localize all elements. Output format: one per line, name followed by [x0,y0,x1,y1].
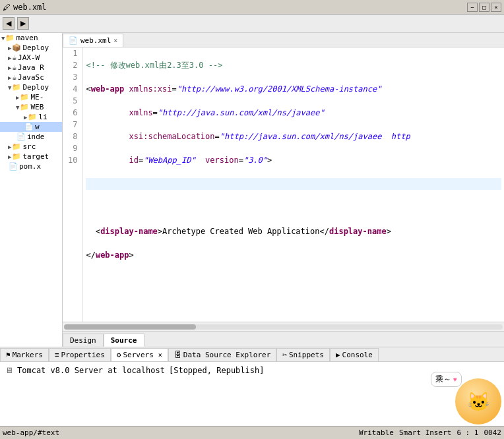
avatar-container: 乘～ ♥ 🐱 [455,378,501,424]
status-path: web-app/#text [3,428,59,437]
sidebar-item-pomxml[interactable]: 📄 pom.x [0,161,62,171]
sidebar-item-deploy2[interactable]: ▼ 📁 Deploy [0,82,62,92]
deploy2-icon: 📁 [12,83,21,92]
code-line-9: </web-app> [86,249,501,261]
back-button[interactable]: ◀ [3,17,15,30]
code-line-4: xsi:schemaLocation="http://java.sun.com/… [86,131,501,142]
panel-tabs: ⚑ Markers ≡ Properties ⚙ Servers × 🗄 Dat… [0,347,504,362]
tab-design[interactable]: Design [63,334,104,347]
status-bar: web-app/#text Writable Smart Insert 6 : … [0,426,504,439]
expand-icon: ▼ [8,84,11,91]
sidebar-label-deploy2: Deploy [22,83,49,92]
sidebar-label-maven: maven [16,34,38,42]
status-bar-left: web-app/#text [3,428,59,437]
properties-label: Properties [61,351,105,359]
scrollbar-track[interactable] [64,324,503,330]
servers-label: Servers [123,351,153,359]
editor-area: 📄 web.xml × 1 2 3 4 5 6 7 8 9 10 <!-- 修改… [63,33,504,347]
maven-icon: 📁 [5,34,15,42]
sidebar-item-target[interactable]: ▶ 📁 target [0,152,62,161]
toolbar: ◀ ▶ [0,15,504,33]
code-content[interactable]: <!-- 修改web.xml由2.3至3.0 --> <web-app xmln… [83,47,504,322]
project-sidebar: ▼ 📁 maven ▶ 📦 Deploy ▶ ☕ JAX-W ▶ ☕ Java … [0,33,63,347]
horizontal-scrollbar[interactable] [63,322,504,331]
expand-icon: ▶ [8,45,11,51]
me-icon: 📁 [20,93,29,102]
sidebar-label-target: target [22,152,49,161]
sidebar-label-jaxw: JAX-W [18,53,40,62]
panel-tab-servers[interactable]: ⚙ Servers × [111,348,168,361]
panel-tab-datasource[interactable]: 🗄 Data Source Explorer [168,348,276,361]
server-icon: 🖥 [5,366,13,375]
sidebar-item-web[interactable]: ▼ 📁 WEB [0,102,62,112]
sidebar-item-deploy1[interactable]: ▶ 📦 Deploy [0,43,62,53]
snippets-icon: ✂ [282,351,287,359]
title-bar-text: web.xml [13,3,47,12]
sidebar-label-index: inde [27,132,45,141]
sidebar-item-maven[interactable]: ▼ 📁 maven [0,33,62,43]
sidebar-label-webxml: w [35,123,40,131]
bottom-tabs: Design Source [63,331,504,347]
editor-tab-webxml[interactable]: 📄 web.xml × [63,34,123,47]
servers-close-icon[interactable]: × [158,351,162,359]
editor-tab-bar: 📄 web.xml × [63,33,504,47]
avatar-image: 🐱 [455,378,501,424]
server-status: [Stopped, Republish] [169,366,265,375]
tab-label: web.xml [80,36,111,45]
pomxml-icon: 📄 [9,162,18,171]
main-area: ▼ 📁 maven ▶ 📦 Deploy ▶ ☕ JAX-W ▶ ☕ Java … [0,33,504,347]
maximize-button[interactable]: □ [479,3,489,12]
tab-close-icon[interactable]: × [113,37,117,44]
expand-icon: ▶ [8,74,11,81]
title-bar: 🖊 web.xml − □ × [0,0,504,15]
title-bar-controls: − □ × [467,3,501,12]
sidebar-item-lib[interactable]: ▶ 📁 li [0,112,62,122]
close-button[interactable]: × [491,3,501,12]
tab-design-label: Design [70,336,96,345]
status-position: 6 : 1 [457,428,478,437]
title-bar-left: 🖊 web.xml [3,3,47,12]
markers-icon: ⚑ [6,351,11,359]
code-line-6 [86,178,501,190]
datasource-label: Data Source Explorer [183,351,270,359]
index-icon: 📄 [16,132,26,141]
panel-tab-properties[interactable]: ≡ Properties [49,348,111,361]
webxml-icon: 📄 [24,123,34,131]
status-bar-right: Writable Smart Insert 6 : 1 0042 [359,428,501,437]
expand-icon: ▶ [8,144,11,150]
javar-icon: ☕ [12,63,16,72]
panel-tab-snippets[interactable]: ✂ Snippets [276,348,330,361]
forward-button[interactable]: ▶ [17,17,29,30]
panel-tab-console[interactable]: ▶ Console [330,348,379,361]
src-icon: 📁 [12,142,21,151]
expand-icon: ▶ [8,55,11,61]
javasc-icon: ☕ [12,73,16,82]
expand-icon: ▶ [16,94,19,101]
tab-icon: 📄 [69,36,78,45]
sidebar-label-lib: li [38,113,47,121]
sidebar-item-index[interactable]: 📄 inde [0,132,62,142]
deploy1-icon: 📦 [12,44,21,52]
datasource-icon: 🗄 [174,351,181,359]
scrollbar-thumb[interactable] [64,324,196,330]
status-extra: 0042 [484,428,502,437]
code-line-2: <web-app xmlns:xsi="http://www.w3.org/20… [86,83,501,95]
sidebar-item-me[interactable]: ▶ 📁 ME- [0,92,62,102]
web-icon: 📁 [20,103,29,111]
sidebar-item-javar[interactable]: ▶ ☕ Java R [0,63,62,73]
sidebar-item-javasc[interactable]: ▶ ☕ JavaSc [0,73,62,82]
console-label: Console [342,351,373,359]
sidebar-label-src: src [22,142,36,151]
sidebar-item-webxml[interactable]: 📄 w [0,122,62,132]
minimize-button[interactable]: − [467,3,478,12]
sidebar-item-src[interactable]: ▶ 📁 src [0,142,62,152]
avatar-decoration: 乘～ ♥ 🐱 [422,372,501,424]
tab-source[interactable]: Source [104,334,144,347]
sidebar-item-jaxw[interactable]: ▶ ☕ JAX-W [0,53,62,63]
speech-bubble-text: 乘～ [435,374,451,384]
status-mode: Writable [359,428,394,437]
code-editor[interactable]: 1 2 3 4 5 6 7 8 9 10 <!-- 修改web.xml由2.3至… [63,47,504,322]
panel-tab-markers[interactable]: ⚑ Markers [0,348,49,361]
expand-icon: ▼ [16,104,19,111]
expand-icon: ▶ [8,154,11,160]
